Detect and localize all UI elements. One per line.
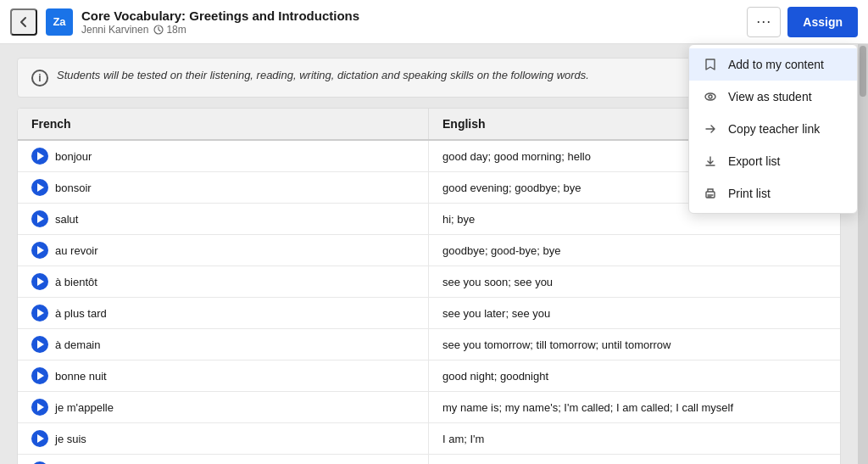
play-button[interactable]	[31, 399, 48, 416]
play-button[interactable]	[31, 148, 48, 165]
french-word: bonne nuit	[55, 370, 107, 383]
scrollbar-thumb	[860, 46, 866, 97]
play-button[interactable]	[31, 242, 48, 259]
english-cell: I am; I'm	[429, 423, 840, 454]
assign-button[interactable]: Assign	[787, 7, 858, 37]
info-icon: i	[31, 70, 48, 87]
download-icon	[703, 154, 718, 169]
english-translation: good night; goodnight	[442, 370, 548, 383]
svg-point-2	[709, 95, 712, 98]
dropdown-menu: Add to my content View as student Copy t…	[688, 44, 858, 214]
french-cell: bonne nuit	[18, 361, 429, 391]
english-cell: goodbye; good-bye; bye	[429, 235, 840, 266]
print-icon	[703, 186, 718, 201]
col-french: French	[18, 109, 429, 139]
english-translation: good evening; goodbye; bye	[442, 182, 581, 194]
table-row: je m'appelle my name is; my name's; I'm …	[18, 392, 840, 423]
french-word: bonjour	[55, 150, 92, 163]
table-row: à demain see you tomorrow; till tomorrow…	[18, 329, 840, 361]
table-row: bonne nuit good night; goodnight	[18, 361, 840, 392]
header-meta: Jenni Karvinen 18m	[81, 24, 747, 36]
time-info: 18m	[153, 24, 186, 36]
play-button[interactable]	[31, 179, 48, 196]
share-icon	[703, 121, 718, 137]
english-translation: hi; bye	[442, 213, 475, 226]
french-cell: à demain	[18, 329, 429, 360]
english-cell: see you later; see you	[429, 298, 840, 328]
english-translation: goodbye; good-bye; bye	[442, 244, 561, 257]
english-translation: good day; good morning; hello	[442, 150, 591, 163]
app-header: Za Core Vocabulary: Greetings and Introd…	[0, 0, 868, 44]
french-word: à demain	[55, 338, 100, 351]
english-translation: see you later; see you	[442, 307, 550, 320]
dropdown-label-add-to-content: Add to my content	[728, 58, 824, 71]
duration: 18m	[166, 24, 186, 36]
header-info: Core Vocabulary: Greetings and Introduct…	[81, 8, 747, 36]
author-name: Jenni Karvinen	[81, 24, 148, 36]
french-word: salut	[55, 213, 78, 226]
english-cell: my name is; my name's; I'm called; I am …	[429, 392, 840, 422]
clock-icon	[153, 25, 164, 35]
english-cell: good night; goodnight	[429, 361, 840, 391]
more-options-button[interactable]: ···	[747, 7, 781, 37]
play-button[interactable]	[31, 273, 48, 290]
french-cell: bonsoir	[18, 172, 429, 203]
french-word: je suis	[55, 433, 86, 445]
french-word: je m'appelle	[55, 401, 114, 414]
dropdown-item-copy-teacher-link[interactable]: Copy teacher link	[689, 113, 857, 145]
bookmark-icon	[703, 57, 718, 72]
french-word: au revoir	[55, 244, 98, 257]
dropdown-label-copy-teacher-link: Copy teacher link	[728, 122, 820, 136]
english-translation: I am; I'm	[442, 433, 484, 445]
dropdown-item-add-to-content[interactable]: Add to my content	[689, 48, 857, 81]
english-translation: my name is; my name's; I'm called; I am …	[442, 401, 733, 414]
english-cell: see you soon; see you	[429, 266, 840, 297]
back-button[interactable]	[10, 8, 37, 36]
eye-icon	[703, 89, 718, 104]
dropdown-label-view-as-student: View as student	[728, 90, 812, 103]
french-cell: bonjour	[18, 141, 429, 171]
dropdown-item-export-list[interactable]: Export list	[689, 145, 857, 177]
dropdown-item-view-as-student[interactable]: View as student	[689, 81, 857, 113]
play-button[interactable]	[31, 210, 48, 227]
play-button[interactable]	[31, 305, 48, 321]
header-actions: ··· Assign	[747, 7, 858, 37]
english-translation: see you tomorrow; till tomorrow; until t…	[442, 338, 670, 351]
english-cell: What's your name? (informal); What is yo…	[429, 455, 840, 464]
french-word: à plus tard	[55, 307, 107, 320]
english-translation: see you soon; see you	[442, 276, 553, 288]
french-cell: Comment t'appelles-tu ?	[18, 455, 429, 464]
svg-point-1	[705, 93, 715, 100]
dropdown-item-print-list[interactable]: Print list	[689, 177, 857, 210]
french-cell: je suis	[18, 423, 429, 454]
french-cell: au revoir	[18, 235, 429, 266]
french-cell: à plus tard	[18, 298, 429, 328]
play-button[interactable]	[31, 430, 48, 447]
app-logo: Za	[46, 8, 73, 36]
french-word: bonsoir	[55, 182, 92, 194]
table-row: au revoir goodbye; good-bye; bye	[18, 235, 840, 266]
page-title: Core Vocabulary: Greetings and Introduct…	[81, 8, 747, 25]
dropdown-label-export-list: Export list	[728, 154, 780, 168]
table-row: à plus tard see you later; see you	[18, 298, 840, 329]
table-row: Comment t'appelles-tu ? What's your name…	[18, 455, 840, 464]
dropdown-label-print-list: Print list	[728, 187, 771, 200]
table-row: à bientôt see you soon; see you	[18, 266, 840, 298]
scrollbar[interactable]	[858, 44, 868, 464]
english-cell: see you tomorrow; till tomorrow; until t…	[429, 329, 840, 360]
french-cell: à bientôt	[18, 266, 429, 297]
french-word: à bientôt	[55, 276, 97, 288]
play-button[interactable]	[31, 367, 48, 384]
info-text: Students will be tested on their listeni…	[57, 69, 589, 81]
play-button[interactable]	[31, 336, 48, 353]
french-cell: je m'appelle	[18, 392, 429, 422]
french-cell: salut	[18, 204, 429, 234]
table-row: je suis I am; I'm	[18, 423, 840, 455]
